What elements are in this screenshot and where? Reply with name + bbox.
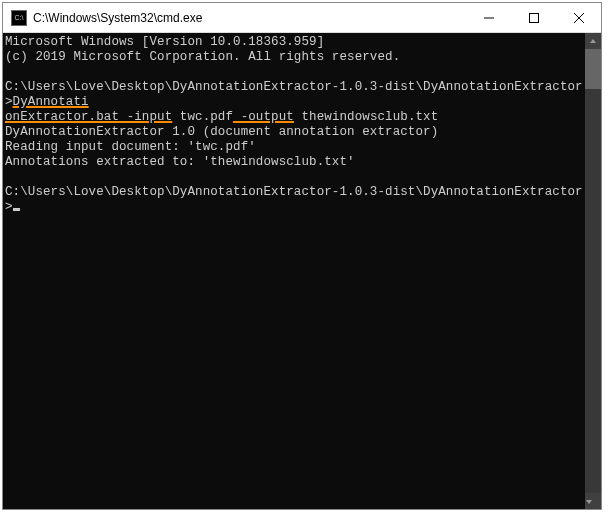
console-area: Microsoft Windows [Version 10.0.18363.95…	[3, 33, 601, 509]
maximize-button[interactable]	[511, 3, 556, 32]
output-line-1: DyAnnotationExtractor 1.0 (document anno…	[5, 125, 585, 140]
output-line-3: Annotations extracted to: 'thewindowsclu…	[5, 155, 585, 170]
cmd-executable-1: DyAnnotati	[13, 95, 89, 109]
vertical-scrollbar[interactable]	[585, 33, 601, 509]
titlebar: C:\ C:\Windows\System32\cmd.exe	[3, 3, 601, 33]
scroll-up-button[interactable]	[585, 33, 601, 49]
output-line-2: Reading input document: 'twc.pdf'	[5, 140, 585, 155]
cmd-input-file: twc.pdf	[172, 110, 233, 124]
cmd-window: C:\ C:\Windows\System32\cmd.exe Microsof…	[2, 2, 602, 510]
window-title: C:\Windows\System32\cmd.exe	[33, 11, 466, 25]
console-output[interactable]: Microsoft Windows [Version 10.0.18363.95…	[3, 33, 585, 509]
prompt-1: C:\Users\Love\Desktop\DyAnnotationExtrac…	[5, 80, 583, 109]
prompt-2: C:\Users\Love\Desktop\DyAnnotationExtrac…	[5, 185, 583, 214]
copyright-line: (c) 2019 Microsoft Corporation. All righ…	[5, 50, 585, 65]
blank-line-2	[5, 170, 585, 185]
blank-line	[5, 65, 585, 80]
cmd-output-flag: -output	[233, 110, 294, 124]
minimize-button[interactable]	[466, 3, 511, 32]
scroll-thumb[interactable]	[585, 49, 601, 89]
version-line: Microsoft Windows [Version 10.0.18363.95…	[5, 35, 585, 50]
cmd-input-flag: -input	[119, 110, 172, 124]
cmd-executable-2: onExtractor.bat	[5, 110, 119, 124]
svg-rect-1	[529, 13, 538, 22]
close-button[interactable]	[556, 3, 601, 32]
cmd-icon: C:\	[11, 10, 27, 26]
scroll-down-button[interactable]	[585, 493, 601, 509]
window-controls	[466, 3, 601, 32]
cmd-output-file: thewindowsclub.txt	[294, 110, 438, 124]
text-cursor	[13, 208, 20, 211]
